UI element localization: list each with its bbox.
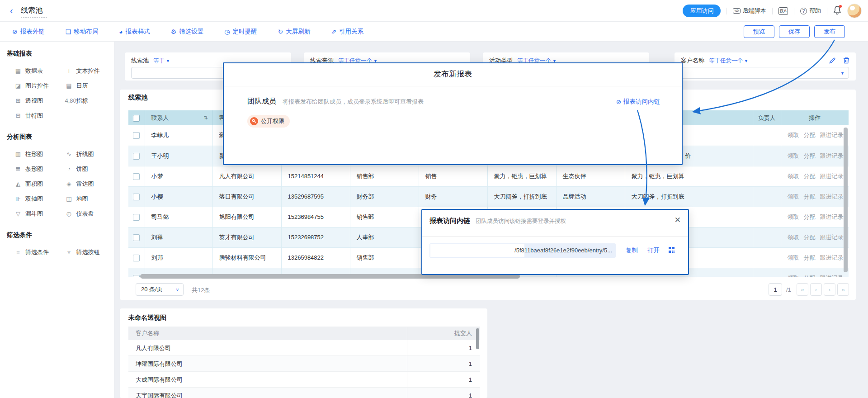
claim-link[interactable]: 领取 [788,193,799,201]
avatar[interactable] [847,4,862,18]
followup-link[interactable]: 跟进记录 [820,213,844,221]
assign-link[interactable]: 分配 [804,213,816,221]
page-size-select[interactable]: 20 条/页∨ [136,283,184,296]
toolbar-item[interactable]: ◕ 报表样式 [119,28,150,36]
toolbar-item-icon: ⚙ [171,28,177,35]
edit-pencil-icon[interactable] [829,57,836,66]
public-permission-badge[interactable]: 公开权限 [247,115,290,128]
filter-operator[interactable]: 等于▼ [153,57,170,65]
divider [726,8,727,14]
claim-link[interactable]: 领取 [788,152,799,160]
link-url-input[interactable]: /5f811baeaf8f26e1e2f90eeb/entry/5... [429,243,616,258]
sidebar-item[interactable]: ◔ 饼图 [58,161,109,176]
page-number-input[interactable]: 1 [769,283,782,296]
sidebar-item[interactable]: ◈ 雷达图 [58,176,109,191]
sidebar-item-icon: ▿ [65,249,73,256]
followup-link[interactable]: 跟进记录 [820,193,844,201]
close-icon[interactable]: ✕ [675,215,681,225]
followup-link[interactable]: 跟进记录 [820,172,844,180]
followup-link[interactable]: 跟进记录 [820,274,844,277]
sidebar-item[interactable]: ≡ 筛选条件 [7,245,58,260]
followup-link[interactable]: 跟进记录 [820,254,844,262]
sidebar-item[interactable]: ◴ 仪表盘 [58,206,109,221]
sort-icon[interactable]: ⇅ [203,115,208,121]
row-checkbox[interactable] [133,255,140,261]
claim-link[interactable]: 领取 [788,233,799,242]
assign-link[interactable]: 分配 [804,274,816,277]
notification-bell-icon[interactable] [833,5,841,16]
claim-link[interactable]: 领取 [788,213,799,221]
sidebar-item[interactable]: 4,80 指标 [58,93,109,108]
filter-select[interactable]: ▼ [681,67,849,79]
assign-link[interactable]: 分配 [804,193,816,201]
last-page-button[interactable]: » [837,283,849,296]
cell-actions: 领取 分配 跟进记录 [781,207,849,227]
assign-link[interactable]: 分配 [804,172,816,180]
toolbar-item[interactable]: ⇗ 引用关系 [331,28,363,36]
sidebar-item[interactable]: ◪ 图片控件 [7,78,58,93]
sidebar-item[interactable]: ◭ 面积图 [7,176,58,191]
sidebar-item[interactable]: ▽ 漏斗图 [7,206,58,221]
column-header-contact: 联系人 [151,114,169,122]
sidebar-item[interactable]: ▤ 日历 [58,78,109,93]
section-title-analysis: 分析图表 [7,133,108,141]
help-button[interactable]: ? 帮助 [800,7,821,15]
vertical-scrollbar[interactable] [844,128,848,272]
toolbar-item[interactable]: ⊘ 报表外链 [12,28,45,36]
app-access-button[interactable]: 应用访问 [683,5,721,17]
sidebar-item[interactable]: ▿ 筛选按钮 [58,245,109,260]
assign-link[interactable]: 分配 [804,254,816,262]
toolbar-item[interactable]: ❏ 移动布局 [66,28,99,36]
sidebar-item[interactable]: ▥ 柱形图 [7,147,58,161]
filter-operator[interactable]: 等于任意一个▼ [709,57,748,65]
copy-link-button[interactable]: 复制 [626,246,638,255]
followup-link[interactable]: 跟进记录 [820,152,844,160]
claim-link[interactable]: 领取 [788,274,799,277]
toolbar-item[interactable]: ⚙ 筛选设置 [171,28,204,36]
publish-button[interactable]: 发布 [814,25,845,38]
save-button[interactable]: 保存 [779,25,810,38]
sidebar-item[interactable]: ◫ 地图 [58,191,109,206]
next-page-button[interactable]: › [824,283,835,296]
sidebar-item[interactable]: ⊞ 透视图 [7,93,58,108]
sidebar-item[interactable]: ⊟ 甘特图 [7,108,58,123]
sidebar-item[interactable]: ⊤ 文本控件 [58,63,109,78]
row-checkbox[interactable] [133,275,140,277]
toolbar-item[interactable]: ◷ 定时提醒 [224,28,257,36]
sidebar-item[interactable]: ⊪ 双轴图 [7,191,58,206]
pivot-scrollbar[interactable] [476,328,479,349]
backend-script-button[interactable]: </> 后端脚本 [733,7,766,15]
sidebar-item-label: 筛选条件 [25,248,49,256]
sidebar-item[interactable]: ▦ 数据表 [7,63,58,78]
assign-link[interactable]: 分配 [804,152,816,160]
row-checkbox[interactable] [133,214,140,221]
back-icon[interactable]: ‹ [10,5,13,16]
assign-link[interactable]: 分配 [804,131,816,139]
page-title[interactable]: 线索池 [21,6,42,15]
sidebar-item-label: 甘特图 [25,112,43,120]
row-checkbox[interactable] [133,173,140,180]
select-all-checkbox[interactable] [133,115,140,122]
row-checkbox[interactable] [133,194,140,200]
followup-link[interactable]: 跟进记录 [820,131,844,139]
row-checkbox[interactable] [133,153,140,160]
open-link-button[interactable]: 打开 [647,246,660,255]
trash-icon[interactable] [843,57,849,66]
claim-link[interactable]: 领取 [788,254,799,262]
sidebar-item-label: 漏斗图 [25,210,43,218]
sidebar-item[interactable]: ≣ 条形图 [7,161,58,176]
prev-page-button[interactable]: ‹ [810,283,822,296]
claim-link[interactable]: 领取 [788,131,799,139]
language-icon[interactable]: 汉A [778,7,788,15]
preview-button[interactable]: 预览 [744,25,774,38]
toolbar-item[interactable]: ↻ 大屏刷新 [278,28,311,36]
claim-link[interactable]: 领取 [788,172,799,180]
qr-code-icon[interactable] [668,246,675,255]
row-checkbox[interactable] [133,234,140,241]
first-page-button[interactable]: « [797,283,808,296]
report-internal-link[interactable]: ⊘ 报表访问内链 [616,98,660,106]
followup-link[interactable]: 跟进记录 [820,233,844,242]
row-checkbox[interactable] [133,132,140,139]
sidebar-item[interactable]: ∿ 折线图 [58,147,109,161]
assign-link[interactable]: 分配 [804,233,816,242]
